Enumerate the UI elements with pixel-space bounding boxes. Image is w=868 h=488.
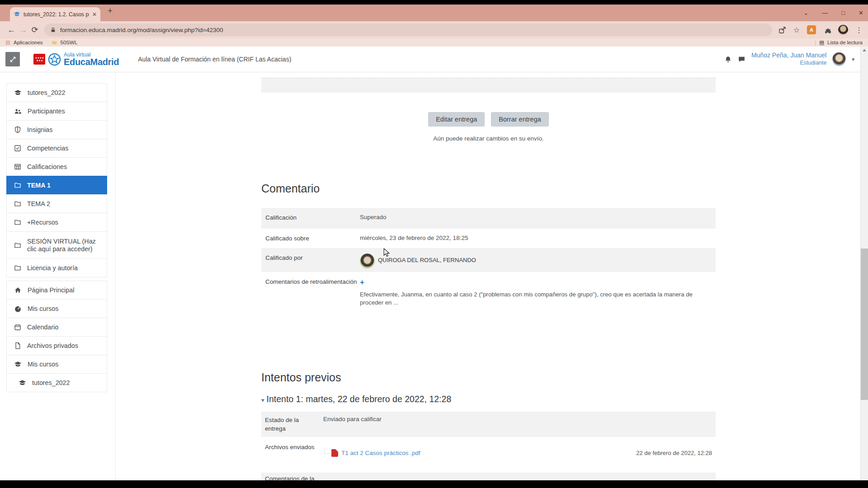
messages-chat-icon[interactable] [738, 56, 745, 63]
sidebar-item-label: Mis cursos [28, 305, 58, 312]
submission-note: Aún puede realizar cambios en su envío. [261, 135, 716, 142]
calendar-icon [14, 324, 21, 331]
notifications-bell-icon[interactable] [724, 56, 732, 63]
sidebar-item-tutores-2022-course[interactable]: tutores_2022 [6, 373, 107, 392]
window-menu-icon[interactable]: ⌄ [803, 9, 808, 16]
status-value: Enviado para calificar [323, 412, 716, 437]
new-tab-button[interactable]: + [108, 6, 113, 16]
sidebar-item-tema-2[interactable]: TEMA 2 [6, 194, 107, 213]
sidebar-item-label: TEMA 1 [27, 182, 51, 189]
padlock-icon [50, 27, 56, 33]
bookmark-star-icon[interactable]: ☆ [793, 26, 800, 34]
user-menu[interactable]: Muñoz Peña, Juan Manuel Estudiante [751, 52, 827, 66]
grader-avatar[interactable] [360, 253, 375, 268]
window-close-icon[interactable]: ✕ [859, 9, 863, 16]
row-label: Calificado sobre [261, 229, 360, 248]
expand-icon [9, 56, 16, 63]
sidebar-item-licencia[interactable]: Licencia y autoría [6, 258, 107, 277]
user-avatar[interactable] [832, 52, 846, 66]
folder-icon [14, 200, 21, 207]
sidebar-item-label: Calificaciones [27, 163, 67, 170]
extension-orange-icon[interactable]: A [807, 25, 816, 34]
table-row-grade: Calificación Superado [261, 208, 716, 229]
drawer-divider [115, 72, 116, 480]
collapse-caret-icon[interactable]: ▾ [261, 397, 264, 404]
row-label: Calificación [261, 208, 360, 229]
forward-icon[interactable]: → [17, 25, 29, 35]
extensions-puzzle-icon[interactable] [823, 26, 831, 34]
brand-name-label: EducaMadrid [64, 57, 119, 66]
attempt-heading[interactable]: ▾Intento 1: martes, 22 de febrero de 202… [261, 394, 451, 404]
edit-submission-button[interactable]: Editar entrega [428, 112, 485, 127]
sidebar-item-calificaciones[interactable]: Calificaciones [6, 157, 107, 176]
browser-menu-icon[interactable]: ⋮ [855, 26, 863, 34]
educamadrid-brand[interactable]: Aula virtual EducaMadrid [64, 52, 119, 66]
sidebar-item-tutores-2022[interactable]: tutores_2022 [6, 83, 107, 102]
sidebar-item-recursos[interactable]: +Recursos [6, 213, 107, 232]
page-scrollbar[interactable] [860, 47, 868, 480]
previous-table-partial-row [261, 78, 716, 93]
graduation-cap-icon [14, 89, 22, 97]
share-icon[interactable] [778, 26, 786, 34]
tree-connector [324, 449, 329, 454]
previous-attempts-title: Intentos previos [261, 371, 341, 384]
moodle-page: Aula virtual EducaMadrid Aula Virtual de… [0, 47, 868, 480]
submitted-file-link[interactable]: T1 act 2 Casos prácticos .pdf [341, 450, 420, 456]
sidebar-item-calendario[interactable]: Calendario [6, 318, 107, 337]
table-row-graded-on: Calificado sobre miércoles, 23 de febrer… [261, 229, 716, 248]
educamadrid-star-logo[interactable] [47, 52, 61, 66]
sidebar-item-insignias[interactable]: Insignias [6, 120, 107, 139]
tab-close-icon[interactable]: ✕ [92, 11, 97, 18]
table-row-feedback: Comentarios de retroalimentación + Efect… [261, 272, 716, 323]
table-row-files: Archivos enviados T1 act 2 Casos práctic… [261, 437, 716, 473]
sidebar-item-archivos-privados[interactable]: Archivos privados [6, 336, 107, 355]
folder-icon [14, 264, 21, 272]
sidebar-item-competencias[interactable]: Competencias [6, 139, 107, 158]
sidebar-item-tema-1[interactable]: TEMA 1 [6, 176, 107, 195]
bookmark-folder-label[interactable]: 50SWL [61, 40, 78, 45]
user-caret-icon[interactable]: ▾ [852, 56, 854, 62]
bookmarks-bar: Aplicaciones 50SWL | ▤ Lista de lectura [0, 38, 868, 47]
delete-submission-button[interactable]: Borrar entrega [491, 112, 549, 127]
browser-titlebar: tutores_2022: 1.2. Casos práctico ✕ + ⌄ … [0, 5, 868, 21]
sidebar-nav: tutores_2022 Participantes Insignias Com… [6, 84, 107, 392]
window-minimize-icon[interactable]: — [822, 9, 828, 16]
user-name[interactable]: Muñoz Peña, Juan Manuel [751, 52, 827, 60]
sidebar-item-sesion-virtual[interactable]: SESIÓN VIRTUAL (Haz clic aquí para acced… [6, 231, 107, 259]
drawer-toggle-button[interactable] [5, 52, 20, 66]
sidebar-item-mis-cursos[interactable]: Mis cursos [6, 355, 107, 374]
grader-name: QUIROGA DEL ROSAL, FERNANDO [378, 257, 476, 263]
sidebar-item-label: Insignias [27, 126, 52, 133]
feedback-text: Efectivamente, Juanma, en cuanto al caso… [360, 291, 704, 307]
scrollbar-up-arrow[interactable] [863, 49, 866, 52]
attempt-heading-text: Intento 1: martes, 22 de febrero de 2022… [267, 394, 452, 404]
address-bar[interactable]: formacion.educa.madrid.org/mod/assign/vi… [44, 23, 772, 36]
row-label: Comentarios de la [261, 473, 315, 480]
sidebar-item-label: Participantes [28, 108, 65, 115]
dashboard-gauge-icon [14, 305, 22, 313]
sidebar-item-mis-cursos-dashboard[interactable]: Mis cursos [6, 299, 107, 318]
feedback-expand-icon[interactable]: + [360, 278, 716, 287]
comunidad-madrid-logo[interactable] [33, 54, 45, 65]
bookmark-apps[interactable]: Aplicaciones [14, 40, 43, 45]
sidebar-item-label: tutores_2022 [32, 379, 70, 386]
scrollbar-thumb[interactable] [861, 249, 868, 400]
back-icon[interactable]: ← [5, 25, 17, 35]
comment-section-title: Comentario [261, 182, 320, 195]
bookmark-folder-icon[interactable] [52, 40, 57, 45]
browser-tab[interactable]: tutores_2022: 1.2. Casos práctico ✕ [10, 7, 100, 21]
sidebar-item-participantes[interactable]: Participantes [6, 102, 107, 121]
site-title: Aula Virtual de Formación en línea (CRIF… [138, 56, 291, 63]
browser-profile-avatar[interactable] [838, 25, 848, 35]
sidebar-item-label: TEMA 2 [27, 200, 50, 207]
home-icon [14, 286, 22, 294]
window-maximize-icon[interactable]: □ [841, 9, 845, 16]
apps-grid-icon[interactable] [5, 40, 10, 45]
sidebar-item-label: Mis cursos [28, 361, 58, 368]
url-text: formacion.educa.madrid.org/mod/assign/vi… [60, 27, 223, 33]
sidebar-item-pagina-principal[interactable]: Página Principal [6, 281, 107, 300]
sidebar-item-label: +Recursos [27, 219, 58, 226]
reading-list-label[interactable]: Lista de lectura [827, 40, 863, 45]
sidebar-item-label: tutores_2022 [28, 89, 65, 96]
reload-icon[interactable]: ⟳ [29, 25, 41, 35]
